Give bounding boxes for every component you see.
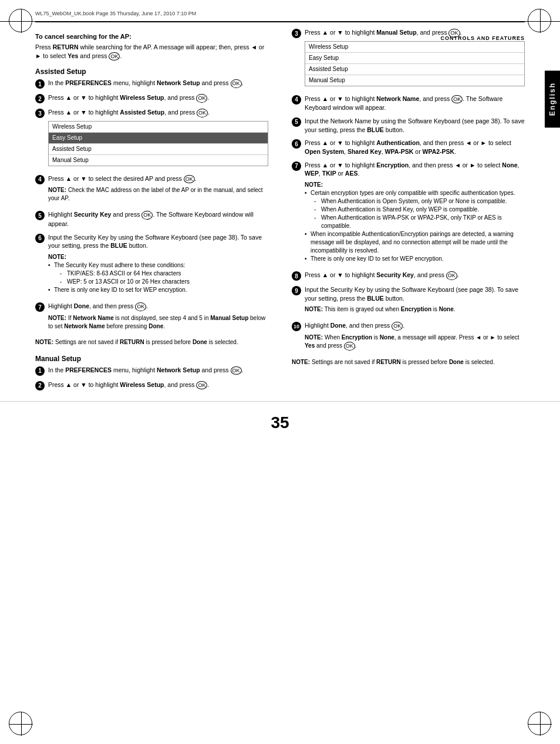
right-step-number-5: 5 [292, 117, 301, 127]
right-step-9: 9 Input the Security Key by using the So… [292, 285, 525, 317]
right-step-content-6: Press ▲ or ▼ to highlight Authentication… [305, 139, 525, 156]
section-label: CONTROLS AND FEATURES [441, 35, 525, 41]
assisted-step-6: 6 Input the Security Key by using the So… [35, 233, 268, 297]
left-column: To cancel searching for the AP: Press RE… [35, 28, 274, 395]
note-7-right: NOTE: Certain encryption types are only … [305, 181, 525, 263]
cancel-section: To cancel searching for the AP: Press RE… [35, 33, 268, 60]
crosshair-tl [9, 9, 33, 33]
step-number-5: 5 [35, 211, 45, 220]
right-step-content-10: Highlight Done, and then press OK. NOTE:… [305, 321, 525, 353]
assisted-setup-heading: Assisted Setup [35, 68, 268, 76]
step-number-3: 3 [35, 109, 45, 118]
step-number-2: 2 [35, 94, 45, 103]
assisted-step-7: 7 Highlight Done, and then press OK. NOT… [35, 302, 268, 334]
crosshair-br [528, 712, 552, 736]
right-step-content-7: Press ▲ or ▼ to highlight Encryption, an… [305, 161, 525, 266]
step-number-7: 7 [35, 302, 45, 312]
note-settings-manual: NOTE: Settings are not saved if RETURN i… [292, 358, 525, 366]
right-step-content-4: Press ▲ or ▼ to highlight Network Name, … [305, 95, 525, 112]
note-settings-assisted: NOTE: Settings are not saved if RETURN i… [35, 338, 268, 346]
right-step-content-5: Input the Network Name by using the Soft… [305, 117, 525, 134]
step-content-5: Highlight Security Key and press OK. The… [48, 210, 268, 228]
right-step-number-9: 9 [292, 286, 301, 295]
corner-decoration-tr [528, 9, 551, 32]
note-6: NOTE: The Security Key must adhere to th… [48, 253, 268, 294]
assisted-step-3: 3 Press ▲ or ▼ to highlight Assisted Set… [35, 108, 268, 170]
header-filename: WL75_WebOM_UK.book Page 35 Thursday, Jun… [35, 11, 196, 16]
assisted-step-5: 5 Highlight Security Key and press OK. T… [35, 210, 268, 228]
corner-decoration-bl [9, 712, 32, 735]
crosshair-bl [9, 712, 33, 736]
step-content-7: Highlight Done, and then press OK. NOTE:… [48, 302, 268, 334]
step-number-1: 1 [35, 79, 45, 89]
step-content-2: Press ▲ or ▼ to highlight Wireless Setup… [48, 93, 268, 103]
corner-decoration-tl [9, 9, 32, 32]
step-number-4: 4 [35, 175, 45, 184]
menu-item-easy-2: Easy Setup [305, 53, 524, 64]
crosshair-tr [528, 9, 552, 33]
manual-setup-heading: Manual Setup [35, 355, 268, 363]
manual-step-content-2: Press ▲ or ▼ to highlight Wireless Setup… [48, 381, 268, 390]
assisted-step-2: 2 Press ▲ or ▼ to highlight Wireless Set… [35, 93, 268, 103]
manual-step-content-1: In the PREFERENCES menu, highlight Netwo… [48, 366, 268, 375]
manual-step-number-1: 1 [35, 366, 45, 376]
menu-item-easy: Easy Setup [49, 133, 268, 144]
right-step-content-9: Input the Security Key by using the Soft… [305, 285, 525, 317]
menu-item-wireless-2: Wireless Setup [305, 42, 524, 53]
step-content-3: Press ▲ or ▼ to highlight Assisted Setup… [48, 108, 268, 170]
right-step-number-6: 6 [292, 139, 301, 149]
cancel-title: To cancel searching for the AP: [35, 33, 268, 40]
note-4: NOTE: Check the MAC address on the label… [48, 186, 268, 203]
note-10: NOTE: When Encryption is None, a message… [305, 334, 525, 351]
right-step-8: 8 Press ▲ or ▼ to highlight Security Key… [292, 271, 525, 281]
right-step-number-8: 8 [292, 271, 301, 281]
menu-box-2: Wireless Setup Easy Setup Assisted Setup… [305, 41, 525, 86]
right-step-number-7: 7 [292, 161, 301, 171]
language-tab: English [545, 70, 560, 127]
right-step-5: 5 Input the Network Name by using the So… [292, 117, 525, 134]
manual-step-number-2: 2 [35, 381, 45, 390]
main-content: To cancel searching for the AP: Press RE… [0, 22, 560, 401]
right-step-content-8: Press ▲ or ▼ to highlight Security Key, … [305, 271, 525, 280]
step-content-6: Input the Security Key by using the Soft… [48, 233, 268, 297]
manual-step-1: 1 In the PREFERENCES menu, highlight Net… [35, 366, 268, 376]
right-step-number-3: 3 [292, 29, 301, 38]
menu-box-1: Wireless Setup Easy Setup Assisted Setup… [48, 121, 268, 166]
assisted-step-4: 4 Press ▲ or ▼ to select the desired AP … [35, 174, 268, 206]
right-step-7: 7 Press ▲ or ▼ to highlight Encryption, … [292, 161, 525, 266]
right-step-6: 6 Press ▲ or ▼ to highlight Authenticati… [292, 139, 525, 156]
page-number: 35 [0, 401, 560, 441]
manual-step-2: 2 Press ▲ or ▼ to highlight Wireless Set… [35, 381, 268, 390]
menu-item-manual-2: Manual Setup [305, 75, 524, 86]
corner-decoration-br [528, 712, 551, 735]
right-step-number-4: 4 [292, 95, 301, 105]
menu-item-assisted-2: Assisted Setup [305, 64, 524, 75]
right-step-number-10: 10 [292, 322, 301, 331]
page-header: WL75_WebOM_UK.book Page 35 Thursday, Jun… [0, 0, 560, 22]
note-7: NOTE: If Network Name is not displayed, … [48, 314, 268, 331]
step-number-6: 6 [35, 234, 45, 243]
right-step-10: 10 Highlight Done, and then press OK. NO… [292, 321, 525, 353]
right-column: 3 Press ▲ or ▼ to highlight Manual Setup… [286, 28, 525, 395]
note-9: NOTE: This item is grayed out when Encry… [305, 305, 525, 314]
step-content-1: In the PREFERENCES menu, highlight Netwo… [48, 79, 268, 88]
menu-item-manual: Manual Setup [49, 155, 268, 166]
assisted-step-1: 1 In the PREFERENCES menu, highlight Net… [35, 79, 268, 89]
menu-item-assisted: Assisted Setup [49, 144, 268, 155]
cancel-text: Press RETURN while searching for the AP.… [35, 43, 268, 60]
step-content-4: Press ▲ or ▼ to select the desired AP an… [48, 174, 268, 206]
menu-item-wireless: Wireless Setup [49, 122, 268, 133]
right-step-4: 4 Press ▲ or ▼ to highlight Network Name… [292, 95, 525, 112]
